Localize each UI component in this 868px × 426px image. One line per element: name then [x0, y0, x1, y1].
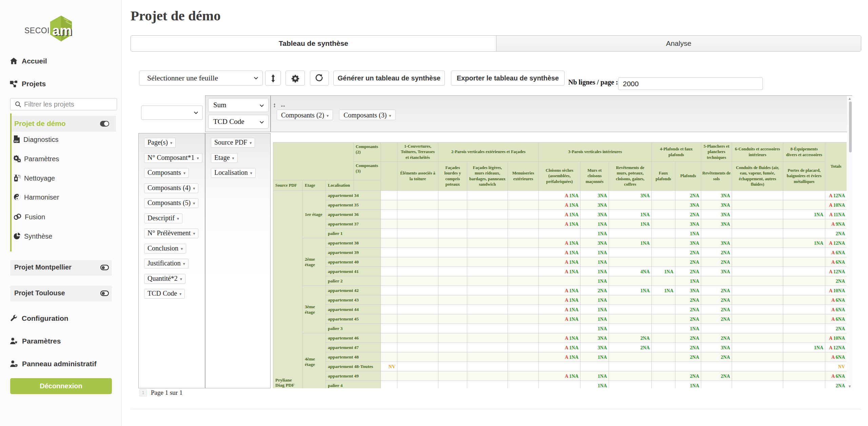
svg-text:am: am — [52, 23, 72, 38]
svg-text:PDF: PDF — [14, 140, 19, 143]
